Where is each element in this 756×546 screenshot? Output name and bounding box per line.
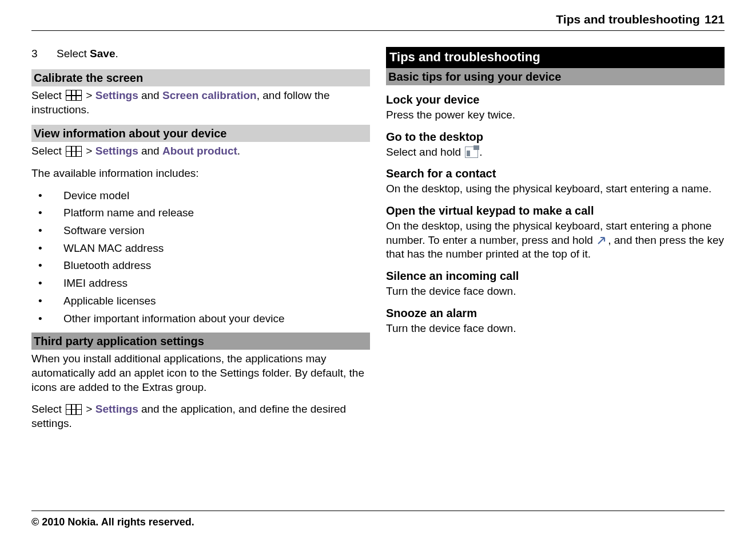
page-header: Tips and troubleshooting 121 — [31, 11, 725, 31]
list-item: •Other important information about your … — [31, 312, 370, 326]
t: Select — [31, 145, 65, 157]
bullet-icon: • — [31, 294, 63, 308]
about-product-link: About product — [162, 145, 237, 157]
fn-arrow-icon — [597, 235, 607, 245]
view-info-text: Select > Settings and About product. — [31, 144, 370, 159]
calibrate-text: Select > Settings and Screen calibration… — [31, 89, 370, 117]
heading-view-info: View information about your device — [31, 125, 370, 142]
heading-search: Search for a contact — [386, 166, 725, 181]
step-3: 3 Select Save. — [31, 47, 370, 61]
list-text: Other important information about your d… — [63, 312, 285, 326]
step-prefix: Select — [57, 48, 90, 60]
t: and — [138, 145, 162, 157]
list-text: WLAN MAC address — [63, 242, 164, 256]
list-item: •IMEI address — [31, 276, 370, 291]
info-intro: The available information includes: — [31, 167, 370, 181]
section-title: Basic tips for using your device — [386, 68, 725, 85]
heading-lock: Lock your device — [386, 92, 725, 107]
heading-desktop: Go to the desktop — [386, 129, 725, 144]
right-column: Tips and troubleshooting Basic tips for … — [386, 47, 725, 438]
desktop-text: Select and hold . — [386, 145, 725, 160]
t: . — [237, 145, 240, 157]
t: Select — [31, 89, 65, 101]
content-columns: 3 Select Save. Calibrate the screen Sele… — [31, 47, 725, 438]
bullet-icon: • — [31, 189, 63, 203]
list-text: Device model — [63, 189, 129, 203]
page: Tips and troubleshooting 121 3 Select Sa… — [0, 0, 756, 546]
bullet-icon: • — [31, 276, 63, 291]
heading-calibrate: Calibrate the screen — [31, 69, 370, 86]
header-title: Tips and troubleshooting — [556, 11, 700, 27]
step-suffix: . — [115, 48, 118, 60]
list-text: Platform name and release — [63, 206, 194, 220]
heading-snooze: Snooze an alarm — [386, 306, 725, 321]
list-item: •Bluetooth address — [31, 259, 370, 273]
task-switcher-icon — [465, 147, 478, 158]
silence-text: Turn the device face down. — [386, 284, 725, 299]
t: > — [83, 89, 96, 101]
heading-keypad: Open the virtual keypad to make a call — [386, 203, 725, 218]
t: . — [479, 146, 482, 158]
search-text: On the desktop, using the physical keybo… — [386, 182, 725, 196]
bullet-icon: • — [31, 242, 63, 256]
t: Select and hold — [386, 146, 464, 158]
t: > — [83, 145, 96, 157]
third-party-p2: Select > Settings and the application, a… — [31, 402, 370, 430]
bullet-icon: • — [31, 206, 63, 220]
settings-link: Settings — [96, 89, 138, 101]
t: > — [83, 403, 96, 415]
list-item: •WLAN MAC address — [31, 242, 370, 256]
settings-link: Settings — [96, 403, 138, 415]
menu-grid-icon — [66, 146, 82, 157]
keypad-text: On the desktop, using the physical keybo… — [386, 219, 725, 262]
settings-link: Settings — [96, 145, 138, 157]
step-number: 3 — [31, 47, 57, 61]
snooze-text: Turn the device face down. — [386, 322, 725, 336]
list-item: •Device model — [31, 189, 370, 203]
heading-silence: Silence an incoming call — [386, 268, 725, 283]
list-text: Software version — [63, 224, 145, 238]
info-list: •Device model •Platform name and release… — [31, 189, 370, 326]
third-party-p1: When you install additional applications… — [31, 352, 370, 394]
footer-copyright: © 2010 Nokia. All rights reserved. — [31, 511, 725, 529]
t: and — [138, 89, 162, 101]
t: Select — [31, 403, 65, 415]
list-item: •Software version — [31, 224, 370, 238]
heading-third-party: Third party application settings — [31, 333, 370, 350]
left-column: 3 Select Save. Calibrate the screen Sele… — [31, 47, 370, 438]
list-text: Applicable licenses — [63, 294, 156, 308]
step-bold: Save — [90, 48, 115, 60]
list-item: •Applicable licenses — [31, 294, 370, 308]
chapter-title: Tips and troubleshooting — [386, 47, 725, 68]
bullet-icon: • — [31, 224, 63, 238]
list-text: IMEI address — [63, 276, 128, 291]
list-item: •Platform name and release — [31, 206, 370, 220]
menu-grid-icon — [66, 404, 82, 415]
list-text: Bluetooth address — [63, 259, 151, 273]
bullet-icon: • — [31, 259, 63, 273]
header-page-number: 121 — [705, 11, 725, 27]
menu-grid-icon — [66, 90, 82, 101]
screen-calibration-link: Screen calibration — [162, 89, 257, 101]
bullet-icon: • — [31, 312, 63, 326]
lock-text: Press the power key twice. — [386, 108, 725, 122]
step-text: Select Save. — [57, 47, 118, 61]
